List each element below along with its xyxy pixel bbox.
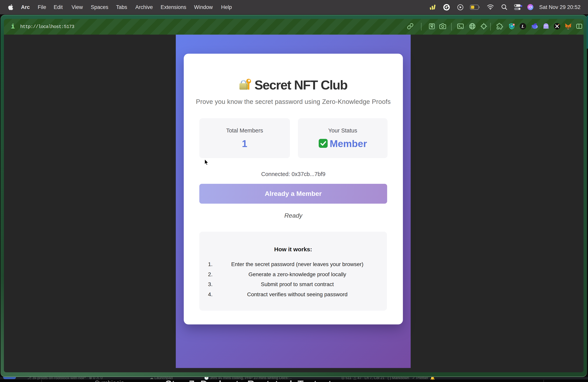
svg-text:L: L (521, 24, 525, 29)
